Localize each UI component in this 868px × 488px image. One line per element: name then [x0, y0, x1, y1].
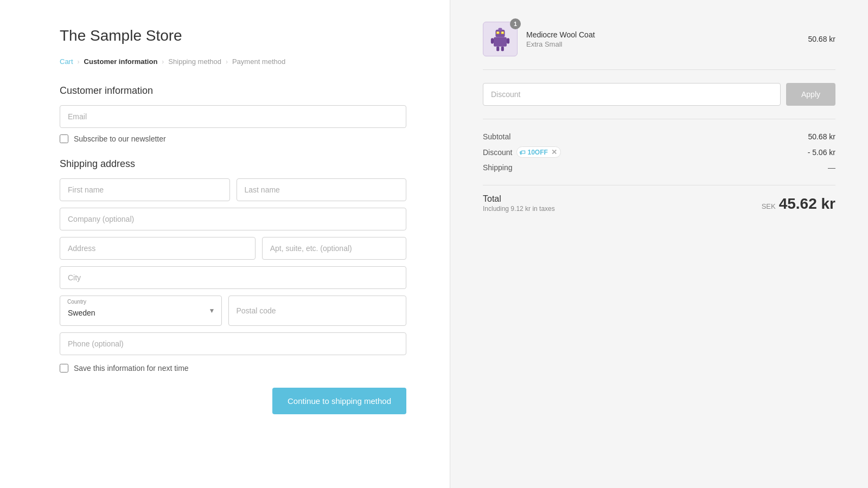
svg-point-10	[502, 31, 503, 33]
product-variant: Extra Small	[526, 40, 799, 48]
discount-code: 10OFF	[527, 149, 547, 156]
product-quantity-badge: 1	[510, 18, 521, 29]
product-illustration	[487, 26, 513, 52]
total-label-group: Total Including 9.12 kr in taxes	[483, 194, 555, 213]
save-info-row: Save this information for next time	[60, 364, 406, 373]
breadcrumb-shipping-method: Shipping method	[168, 57, 221, 66]
total-amount: 45.62 kr	[779, 195, 835, 213]
address-row	[60, 237, 406, 260]
country-select[interactable]: Sweden	[60, 296, 222, 326]
last-name-input[interactable]	[237, 178, 407, 201]
breadcrumb-sep-1: ›	[78, 58, 80, 66]
subtotal-label: Subtotal	[483, 132, 510, 141]
save-info-label: Save this information for next time	[74, 364, 189, 373]
breadcrumb-sep-3: ›	[226, 58, 228, 66]
svg-rect-7	[501, 47, 504, 52]
city-input[interactable]	[60, 266, 406, 289]
breadcrumb-cart[interactable]: Cart	[60, 57, 73, 66]
product-price: 50.68 kr	[808, 35, 835, 43]
city-field-wrapper	[60, 266, 406, 289]
newsletter-label: Subscribe to our newsletter	[74, 134, 166, 143]
phone-field-wrapper	[60, 332, 406, 355]
discount-badge: 🏷 10OFF ✕	[516, 146, 560, 158]
discount-input[interactable]	[483, 83, 781, 106]
email-input[interactable]	[60, 105, 406, 128]
total-tax: Including 9.12 kr in taxes	[483, 205, 555, 213]
apply-button[interactable]: Apply	[786, 83, 835, 106]
email-field-wrapper	[60, 105, 406, 128]
apt-input[interactable]	[262, 237, 406, 260]
continue-btn-wrapper: Continue to shipping method	[60, 388, 406, 414]
total-row: Total Including 9.12 kr in taxes SEK 45.…	[483, 185, 835, 213]
newsletter-row: Subscribe to our newsletter	[60, 134, 406, 143]
shipping-section-title: Shipping address	[60, 158, 406, 170]
discount-row: Apply	[483, 83, 835, 119]
subtotal-line: Subtotal 50.68 kr	[483, 132, 835, 141]
discount-line: Discount 🏷 10OFF ✕ - 5.06 kr	[483, 146, 835, 158]
shipping-value: —	[828, 163, 835, 172]
postal-code-input[interactable]	[228, 296, 407, 326]
total-price-group: SEK 45.62 kr	[762, 195, 835, 213]
left-panel: The Sample Store Cart › Customer informa…	[0, 0, 450, 488]
breadcrumb: Cart › Customer information › Shipping m…	[60, 57, 406, 66]
shipping-label: Shipping	[483, 163, 513, 172]
company-input[interactable]	[60, 208, 406, 230]
product-name: Mediocre Wool Coat	[526, 30, 799, 39]
country-postal-row: Country Sweden ▼	[60, 296, 406, 326]
subtotal-value: 50.68 kr	[808, 132, 835, 141]
continue-button[interactable]: Continue to shipping method	[272, 388, 406, 414]
address-input[interactable]	[60, 237, 256, 260]
tag-icon: 🏷	[519, 149, 525, 156]
phone-input[interactable]	[60, 332, 406, 355]
discount-value: - 5.06 kr	[808, 148, 835, 157]
right-panel: 1 Mediocre Wool Coat Extra Small 50.68 k…	[450, 0, 868, 488]
company-field-wrapper	[60, 208, 406, 230]
order-summary: Subtotal 50.68 kr Discount 🏷 10OFF ✕ - 5…	[483, 132, 835, 172]
discount-label: Discount 🏷 10OFF ✕	[483, 146, 561, 158]
country-select-wrapper: Country Sweden ▼	[60, 296, 222, 326]
save-info-checkbox[interactable]	[60, 364, 68, 373]
product-info: Mediocre Wool Coat Extra Small	[526, 30, 799, 48]
product-row: 1 Mediocre Wool Coat Extra Small 50.68 k…	[483, 22, 835, 70]
name-row	[60, 178, 406, 201]
breadcrumb-payment-method: Payment method	[232, 57, 285, 66]
shipping-line: Shipping —	[483, 163, 835, 172]
svg-rect-4	[491, 38, 494, 43]
svg-rect-8	[499, 28, 502, 30]
newsletter-checkbox[interactable]	[60, 134, 68, 143]
total-currency: SEK	[762, 202, 776, 210]
svg-point-9	[497, 31, 499, 33]
breadcrumb-customer-info: Customer information	[84, 57, 158, 66]
store-title: The Sample Store	[60, 27, 406, 44]
remove-discount-button[interactable]: ✕	[551, 148, 557, 156]
first-name-input[interactable]	[60, 178, 230, 201]
product-image-wrapper: 1	[483, 22, 518, 56]
svg-rect-3	[494, 37, 507, 47]
svg-rect-5	[507, 38, 509, 43]
customer-section-title: Customer information	[60, 85, 406, 97]
breadcrumb-sep-2: ›	[162, 58, 164, 66]
svg-rect-6	[496, 47, 499, 52]
total-label: Total	[483, 194, 555, 204]
